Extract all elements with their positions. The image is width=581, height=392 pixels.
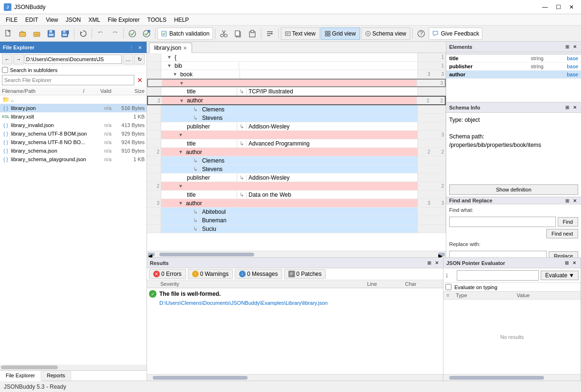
schema-validate-button[interactable] xyxy=(140,27,153,40)
collapse-icon[interactable]: ▼ xyxy=(178,183,183,189)
collapse-icon[interactable]: ▼ xyxy=(173,72,177,77)
minimize-button[interactable]: — xyxy=(539,2,551,12)
evaluate-button[interactable]: Evaluate ▼ xyxy=(541,271,579,280)
list-item[interactable]: { } library_schema.json n/a 910 Bytes xyxy=(0,146,147,155)
save-button[interactable] xyxy=(45,27,58,40)
show-definition-button[interactable]: Show definition xyxy=(449,184,578,195)
pin-button[interactable]: ⋮ xyxy=(128,44,135,51)
scroll-left-btn[interactable]: ◀ xyxy=(148,253,155,256)
collapse-icon[interactable]: ▼ xyxy=(179,81,184,86)
doc-tab-library[interactable]: library.json ✕ xyxy=(149,43,192,53)
find-next-button[interactable]: Find next xyxy=(546,229,578,238)
errors-tab-button[interactable]: ✕ 0 Errors xyxy=(149,269,186,279)
search-input[interactable] xyxy=(2,75,134,85)
format-button[interactable] xyxy=(263,27,277,40)
help-button[interactable]: ? xyxy=(415,27,428,40)
redo-button[interactable] xyxy=(108,27,121,40)
list-item[interactable]: publisher string base xyxy=(446,63,581,71)
horizontal-scrollbar[interactable]: ◀ ▶ xyxy=(147,251,446,257)
list-item[interactable]: { } library_schema_playground.json n/a 1… xyxy=(0,155,147,164)
schema-view-button[interactable]: Schema view xyxy=(361,27,410,40)
list-item[interactable]: author base xyxy=(446,71,581,79)
collapse-icon[interactable]: ▼ xyxy=(178,132,183,137)
menu-help[interactable]: HELP xyxy=(170,16,193,24)
list-item[interactable]: { } library_schema UTF-8 NO BO... n/a 92… xyxy=(0,138,147,146)
open-recent-button[interactable] xyxy=(30,27,44,40)
evaluate-on-typing-checkbox[interactable] xyxy=(445,284,452,290)
collapse-icon[interactable]: ▼ xyxy=(178,201,183,206)
results-pin-button[interactable]: ⊞ xyxy=(426,260,433,266)
menu-file[interactable]: FILE xyxy=(2,16,21,24)
forward-button[interactable]: → xyxy=(13,54,24,64)
text-view-button[interactable]: Text view xyxy=(281,27,320,40)
list-item[interactable]: { } library_schema UTF-8 BOM.json n/a 92… xyxy=(0,129,147,138)
paste-button[interactable] xyxy=(246,27,259,40)
find-button[interactable]: Find xyxy=(558,217,578,227)
search-subfolders-checkbox[interactable] xyxy=(2,67,8,73)
find-replace-close-button[interactable]: ✕ xyxy=(572,197,578,204)
schema-info-pin-button[interactable]: ⊞ xyxy=(564,104,571,111)
schema-info-close-button[interactable]: ✕ xyxy=(572,104,578,111)
menu-view[interactable]: View xyxy=(42,16,62,24)
new-button[interactable] xyxy=(2,27,15,40)
collapse-icon[interactable]: ▼ xyxy=(179,98,184,103)
back-button[interactable]: ← xyxy=(2,54,12,64)
scroll-right-btn[interactable]: ▶ xyxy=(438,253,445,256)
pointer-close-button[interactable]: ✕ xyxy=(571,260,578,266)
open-button[interactable] xyxy=(16,27,29,40)
scroll-thumb[interactable] xyxy=(153,376,248,380)
replace-with-input[interactable] xyxy=(449,251,547,257)
save-all-button[interactable] xyxy=(59,27,72,40)
menu-file-explorer[interactable]: File Explorer xyxy=(104,16,143,24)
path-input[interactable] xyxy=(25,55,122,64)
json-grid[interactable]: ▼ { 1 ▼ bib xyxy=(147,53,446,251)
results-scrollbar[interactable] xyxy=(147,374,443,381)
pointer-scrollbar[interactable] xyxy=(443,374,581,381)
col-sort[interactable]: / xyxy=(83,88,88,94)
menu-tools[interactable]: TOOLS xyxy=(144,16,170,24)
grid-view-button[interactable]: Grid view xyxy=(321,27,360,40)
list-item[interactable]: XSL library.xslt 1 KB xyxy=(0,112,147,121)
close-panel-button[interactable]: ✕ xyxy=(136,44,144,51)
pointer-pin-button[interactable]: ⊞ xyxy=(563,260,570,266)
menu-xml[interactable]: XML xyxy=(85,16,104,24)
copy-button[interactable] xyxy=(231,27,245,40)
list-item[interactable]: { } library.json n/a 516 Bytes xyxy=(0,104,147,112)
give-feedback-button[interactable]: Give Feedback xyxy=(429,27,482,40)
refresh-button[interactable]: ↻ xyxy=(134,54,145,64)
browse-button[interactable]: … xyxy=(123,54,133,64)
list-item[interactable]: 📁 .. xyxy=(0,95,147,104)
menu-edit[interactable]: EDIT xyxy=(21,16,42,24)
tab-file-explorer[interactable]: File Explorer xyxy=(0,371,41,381)
replace-button[interactable]: Replace xyxy=(549,251,578,257)
find-replace-pin-button[interactable]: ⊞ xyxy=(564,197,571,204)
batch-validation-button[interactable]: Batch validation xyxy=(157,27,213,40)
reload-button[interactable] xyxy=(76,27,90,40)
close-button[interactable]: ✕ xyxy=(566,2,577,12)
collapse-icon[interactable]: ▼ xyxy=(167,55,172,60)
messages-tab-button[interactable]: i 0 Messages xyxy=(235,269,282,279)
warnings-tab-button[interactable]: ! 0 Warnings xyxy=(188,269,233,279)
tab-close-button[interactable]: ✕ xyxy=(183,46,187,51)
scroll-thumb[interactable] xyxy=(1,365,58,369)
horizontal-scrollbar[interactable] xyxy=(0,365,147,370)
list-item[interactable]: { } library_invalid.json n/a 413 Bytes xyxy=(0,121,147,129)
results-close-button[interactable]: ✕ xyxy=(433,260,440,266)
menu-json[interactable]: JSON xyxy=(62,16,84,24)
elements-close-button[interactable]: ✕ xyxy=(572,44,578,50)
undo-button[interactable] xyxy=(94,27,107,40)
search-clear-button[interactable]: ✕ xyxy=(135,75,145,85)
scroll-thumb[interactable] xyxy=(159,253,254,256)
validate-button[interactable] xyxy=(126,27,139,40)
pointer-input[interactable] xyxy=(457,270,539,281)
patches-tab-button[interactable]: P 0 Patches xyxy=(284,269,326,279)
elements-pin-button[interactable]: ⊞ xyxy=(564,44,571,50)
cut-button[interactable] xyxy=(217,27,231,40)
collapse-icon[interactable]: ▼ xyxy=(178,149,183,155)
evaluate-dropdown-icon[interactable]: ▼ xyxy=(569,272,574,279)
maximize-button[interactable]: ☐ xyxy=(553,2,564,12)
find-what-input[interactable] xyxy=(449,217,556,227)
result-file-path[interactable]: D:\Users\Clemens\Documents\JSONBuddy\Exa… xyxy=(159,300,328,306)
collapse-icon[interactable]: ▼ xyxy=(167,63,172,68)
scroll-thumb[interactable] xyxy=(449,376,544,380)
